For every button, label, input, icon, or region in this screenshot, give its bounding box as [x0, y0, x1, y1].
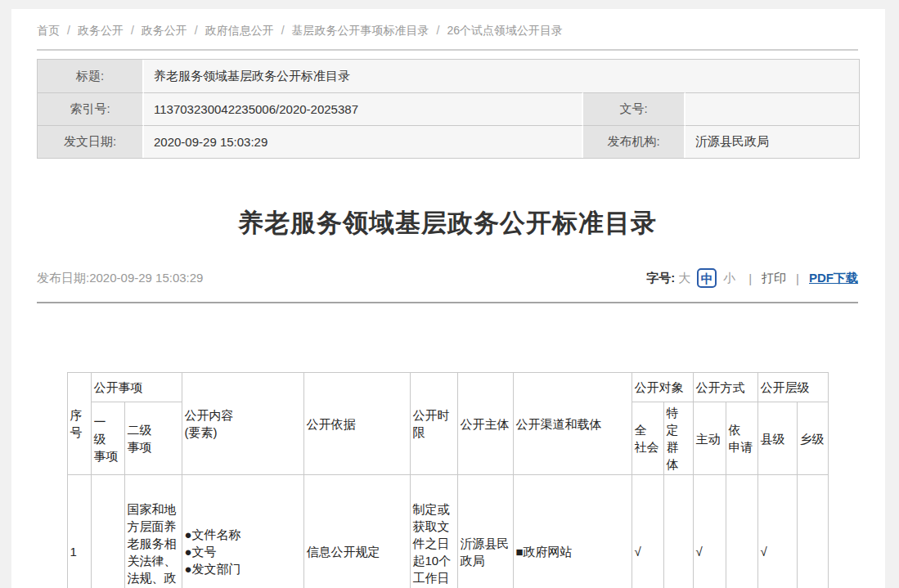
th-time-limit: 公开时 限: [410, 373, 457, 475]
cell-whole-society: √: [632, 475, 663, 588]
cell-county: √: [757, 475, 797, 588]
meta-row-index: 索引号: 113703230042235006/2020-2025387 文号:: [38, 92, 859, 125]
th-disclosure-items-group: 公开事项: [91, 373, 182, 402]
font-size-medium-button[interactable]: 中: [697, 268, 717, 288]
meta-index-label: 索引号:: [38, 92, 144, 125]
cell-proactive: √: [693, 475, 726, 588]
th-on-request: 依 申请: [726, 402, 757, 475]
meta-date-label: 发文日期:: [38, 125, 144, 158]
meta-agency-value: 沂源县民政局: [685, 125, 859, 158]
table-row: 1 国家和地 方层面养 老服务相 关法律、 法规、政 策文件 ●文件名称 ●文号…: [67, 475, 828, 588]
breadcrumb-link-info-disclosure[interactable]: 政府信息公开: [205, 24, 274, 37]
font-size-small-button[interactable]: 小: [723, 271, 735, 286]
document-meta-table: 标题: 养老服务领域基层政务公开标准目录 索引号: 11370323004223…: [37, 59, 860, 159]
toolbar-divider: |: [748, 272, 752, 285]
th-level-group: 公开层级: [757, 373, 828, 402]
th-content: 公开内容 (要素): [182, 373, 303, 475]
meta-title-value: 养老服务领域基层政务公开标准目录: [144, 60, 859, 92]
cell-time-limit: 制定或 获取文 件之日 起10个 工作日 内: [410, 475, 457, 588]
th-level2: 二级 事项: [124, 402, 182, 475]
breadcrumb: 首页/政务公开/政务公开/政府信息公开/基层政务公开事项标准目录/26个试点领域…: [37, 9, 858, 51]
print-button[interactable]: 打印: [762, 271, 786, 286]
cell-seq: 1: [67, 475, 91, 588]
font-size-large-button[interactable]: 大: [678, 271, 690, 286]
cell-on-request: [726, 475, 757, 588]
breadcrumb-link-standard-catalog[interactable]: 基层政务公开事项标准目录: [292, 24, 429, 37]
th-seq: 序 号: [67, 373, 91, 475]
th-specific-group: 特定 群体: [663, 402, 693, 475]
cell-basis: 信息公开规定: [303, 475, 410, 588]
meta-docno-value: [685, 92, 859, 125]
breadcrumb-separator: /: [437, 24, 440, 37]
cell-channel: ■政府网站: [513, 475, 632, 588]
th-level1: 一 级 事项: [91, 402, 124, 475]
article-tools: 字号: 大 中 小 | 打印 | PDF下载: [646, 268, 858, 288]
breadcrumb-link-zwgk-2[interactable]: 政务公开: [142, 24, 187, 37]
th-whole-society: 全 社会: [632, 402, 663, 475]
meta-agency-label: 发布机构:: [583, 125, 685, 158]
meta-title-label: 标题:: [38, 60, 144, 92]
page-panel: 首页/政务公开/政务公开/政府信息公开/基层政务公开事项标准目录/26个试点领域…: [11, 9, 885, 588]
th-proactive: 主动: [693, 402, 726, 475]
th-subject: 公开主体: [457, 373, 513, 475]
cell-level1: [91, 475, 124, 588]
font-size-label: 字号:: [646, 271, 675, 286]
publish-date: 发布日期:2020-09-29 15:03:29: [37, 271, 203, 286]
breadcrumb-separator: /: [67, 24, 70, 37]
th-channel: 公开渠道和载体: [513, 373, 632, 475]
cell-subject: 沂源县民 政局: [457, 475, 513, 588]
table-header-row-1: 序 号 公开事项 公开内容 (要素) 公开依据 公开时 限 公开主体 公开渠道和…: [67, 373, 828, 402]
toolbar-divider: |: [796, 272, 799, 285]
meta-index-value: 113703230042235006/2020-2025387: [144, 92, 583, 125]
publish-date-value: 2020-09-29 15:03:29: [89, 271, 203, 285]
breadcrumb-link-pilot-catalog[interactable]: 26个试点领域公开目录: [447, 24, 563, 37]
cell-level2: 国家和地 方层面养 老服务相 关法律、 法规、政 策文件: [124, 475, 182, 588]
th-township: 乡级: [797, 402, 828, 475]
cell-content: ●文件名称 ●文号 ●发文部门: [182, 475, 303, 588]
publish-toolbar: 发布日期:2020-09-29 15:03:29 字号: 大 中 小 | 打印 …: [37, 268, 858, 303]
meta-row-title: 标题: 养老服务领域基层政务公开标准目录: [38, 60, 859, 92]
breadcrumb-separator: /: [131, 24, 134, 37]
breadcrumb-separator: /: [281, 24, 285, 37]
breadcrumb-link-home[interactable]: 首页: [37, 24, 60, 37]
cell-township: [797, 475, 828, 588]
th-county: 县级: [757, 402, 797, 475]
breadcrumb-link-zwgk-1[interactable]: 政务公开: [78, 24, 124, 37]
th-method-group: 公开方式: [693, 373, 757, 402]
th-audience-group: 公开对象: [632, 373, 693, 402]
breadcrumb-separator: /: [195, 24, 198, 37]
meta-date-value: 2020-09-29 15:03:29: [144, 125, 583, 158]
meta-docno-label: 文号:: [583, 92, 685, 125]
th-basis: 公开依据: [303, 373, 410, 475]
page-title: 养老服务领域基层政务公开标准目录: [37, 208, 858, 239]
cell-specific-group: [663, 475, 693, 588]
disclosure-standards-table: 序 号 公开事项 公开内容 (要素) 公开依据 公开时 限 公开主体 公开渠道和…: [67, 372, 829, 588]
publish-date-label: 发布日期:: [37, 271, 89, 285]
pdf-download-button[interactable]: PDF下载: [809, 271, 858, 286]
meta-row-date: 发文日期: 2020-09-29 15:03:29 发布机构: 沂源县民政局: [38, 125, 859, 158]
